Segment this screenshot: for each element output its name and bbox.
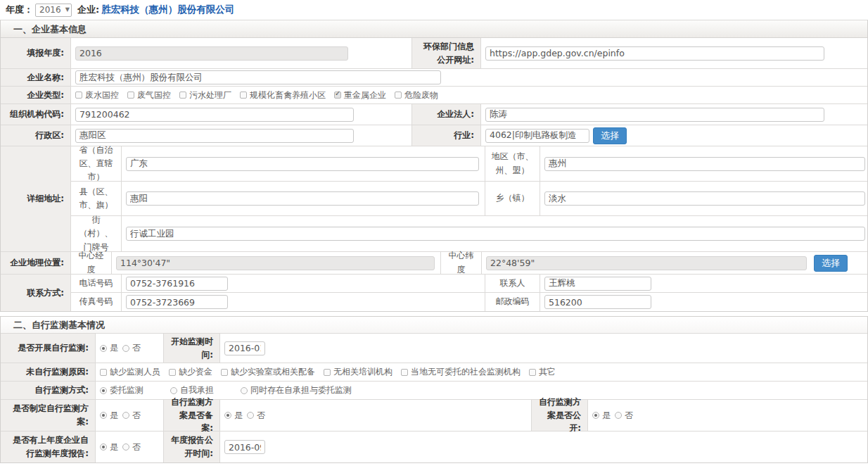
plan-filed-cell: 是 否 [220,400,532,431]
row-monitor-mode: 自行监测方式: 委托监测 自我承担 同时存在自承担与委托监测 [1,382,867,400]
checkbox-option-no-staff[interactable]: 缺少监测人员 [100,366,160,378]
radio-icon [247,412,254,419]
zip-input[interactable] [544,295,651,309]
phone-cell [122,275,485,292]
no-monitor-reason-label: 未自行监测原因: [1,363,96,381]
contact-subrow-1: 电话号码 联系人 [71,275,867,293]
longitude-cell [112,252,441,274]
radio-icon [224,412,231,419]
has-plan-label: 是否制定自行监测方案: [1,400,96,431]
checkbox-option-no-funds[interactable]: 缺少资金 [169,366,212,378]
row-report-year: 填报年度: 环保部门信息公开网址: [1,38,867,69]
org-code-input[interactable] [75,108,354,122]
report-public-time-input[interactable] [224,440,265,454]
row-geo: 企业地理位置: 中心经度 中心纬度 选择 [1,252,867,275]
option-label: 重金属企业 [344,89,386,101]
radio-option-no[interactable]: 否 [122,441,141,453]
section2-panel: 二、自行监测基本情况 是否开展自行监测: 是 否 开始监测时间: 未自行监测原因… [0,316,868,463]
company-name-label: 企业名称: [1,69,71,86]
report-year-input[interactable] [75,46,348,61]
latitude-input[interactable] [486,256,807,270]
row-company-name: 企业名称: [1,69,867,87]
row-annual-report: 是否有上年度企业自行监测年度报告: 是 否 年度报告公开时间: [1,432,867,462]
radio-option-yes[interactable]: 是 [224,410,243,422]
row-contact: 联系方式: 电话号码 联系人 传真号码 邮政编码 [1,275,867,311]
option-label: 是 [602,410,611,422]
option-label: 其它 [539,366,556,378]
company-name-input[interactable] [75,70,441,84]
radio-icon [592,412,599,419]
checkbox-option-no-agency[interactable]: 当地无可委托的社会监测机构 [401,366,521,378]
checkbox-option-hazardous-waste[interactable]: 危险废物 [395,89,438,101]
option-label: 无相关培训机构 [333,366,392,378]
address-subrow-2: 县（区、市、旗） 乡（镇） [71,182,867,216]
longitude-input[interactable] [116,256,435,270]
industry-input[interactable] [485,129,589,143]
start-time-input[interactable] [224,341,265,355]
address-label: 详细地址: [1,146,71,251]
district-input[interactable] [75,129,354,143]
radio-option-yes[interactable]: 是 [592,410,611,422]
address-subrows: 省（自治区、直辖市） 地区（市、州、盟） 县（区、市、旗） 乡（镇） [71,146,867,251]
region-input[interactable] [544,157,865,171]
option-label: 废水国控 [85,89,119,101]
phone-input[interactable] [126,277,228,291]
checkbox-icon [221,369,228,376]
row-district: 行政区: 行业: 选择 [1,125,867,146]
geo-label: 企业地理位置: [1,252,71,274]
fax-input[interactable] [126,295,228,309]
checkbox-icon [169,369,176,376]
radio-option-yes[interactable]: 是 [100,342,118,354]
radio-option-no[interactable]: 否 [247,410,265,422]
checkbox-icon [179,92,186,99]
checkbox-option-wastewater[interactable]: 废水国控 [75,89,119,101]
checkbox-option-sewage-plant[interactable]: 污水处理厂 [179,89,231,101]
radio-option-yes[interactable]: 是 [100,410,118,422]
radio-icon [170,387,177,394]
no-monitor-reason-cell: 缺少监测人员 缺少资金 缺少实验室或相关配备 无相关培训机构 当地无可委托的社会… [96,363,867,381]
option-label: 否 [257,410,265,422]
checkbox-option-no-lab[interactable]: 缺少实验室或相关配备 [221,366,315,378]
radio-icon [122,345,129,352]
checkbox-option-heavy-metal[interactable]: 重金属企业 [334,89,386,101]
street-input[interactable] [126,227,865,241]
radio-icon [241,387,248,394]
section2-header: 二、自行监测基本情况 [1,317,867,334]
radio-option-both[interactable]: 同时存在自承担与委托监测 [241,384,352,396]
geo-select-button[interactable]: 选择 [814,255,848,272]
contact-person-input[interactable] [544,277,651,291]
option-label: 污水处理厂 [189,89,231,101]
region-label: 地区（市、州、盟） [485,146,540,181]
radio-option-yes[interactable]: 是 [100,441,118,453]
company-name-link[interactable]: 胜宏科技（惠州）股份有限公司 [101,4,234,16]
contact-label: 联系方式: [1,275,71,311]
option-label: 是 [110,342,118,354]
org-code-cell [71,104,412,125]
town-input[interactable] [544,191,865,206]
fax-cell [122,293,485,311]
radio-option-no[interactable]: 否 [122,410,141,422]
industry-select-button[interactable]: 选择 [593,127,627,144]
year-select[interactable]: 2016 ▼ [35,4,72,17]
radio-option-no[interactable]: 否 [122,342,141,354]
radio-icon [100,345,107,352]
legal-person-input[interactable] [485,108,824,122]
county-label: 县（区、市、旗） [71,182,122,215]
radio-option-self[interactable]: 自我承担 [170,384,214,396]
checkbox-option-livestock[interactable]: 规模化畜禽养殖小区 [240,89,326,101]
epinfo-url-input[interactable] [485,46,824,61]
checkbox-option-wastegas[interactable]: 废气国控 [127,89,171,101]
carried-out-cell: 是 否 [96,334,164,363]
checkbox-option-other[interactable]: 其它 [529,366,556,378]
street-label: 街（村）、门牌号 [71,216,122,251]
county-input[interactable] [126,191,479,206]
zip-cell [540,293,867,311]
radio-icon [100,387,107,394]
industry-cell: 选择 [481,125,867,146]
radio-option-no[interactable]: 否 [615,410,633,422]
has-annual-report-label: 是否有上年度企业自行监测年度报告: [1,432,96,462]
county-cell [122,182,485,215]
checkbox-option-no-training[interactable]: 无相关培训机构 [324,366,392,378]
province-input[interactable] [126,157,479,171]
radio-option-entrusted[interactable]: 委托监测 [100,384,143,396]
